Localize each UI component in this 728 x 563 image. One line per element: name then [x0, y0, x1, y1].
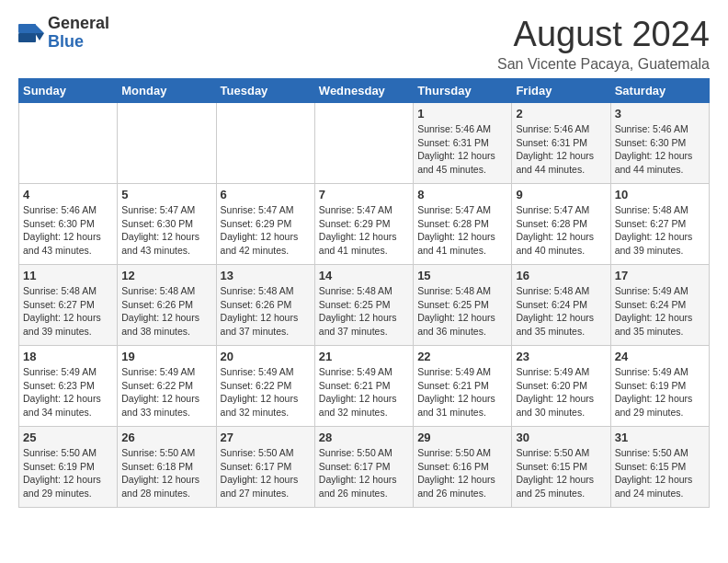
calendar-cell: 3Sunrise: 5:46 AM Sunset: 6:30 PM Daylig… [610, 103, 709, 184]
day-number: 11 [23, 269, 113, 282]
day-number: 6 [221, 188, 311, 201]
day-info: Sunrise: 5:50 AM Sunset: 6:19 PM Dayligh… [23, 446, 113, 500]
day-info: Sunrise: 5:48 AM Sunset: 6:27 PM Dayligh… [23, 284, 113, 339]
location-title: San Vicente Pacaya, Guatemala [497, 56, 710, 73]
calendar-table: SundayMondayTuesdayWednesdayThursdayFrid… [18, 78, 710, 508]
calendar-cell [19, 103, 118, 184]
day-number: 21 [319, 350, 409, 363]
title-block: August 2024 San Vicente Pacaya, Guatemal… [497, 15, 710, 73]
header-day-wednesday: Wednesday [314, 79, 413, 103]
day-info: Sunrise: 5:46 AM Sunset: 6:31 PM Dayligh… [417, 122, 507, 177]
day-info: Sunrise: 5:48 AM Sunset: 6:25 PM Dayligh… [417, 284, 507, 339]
calendar-cell: 29Sunrise: 5:50 AM Sunset: 6:16 PM Dayli… [414, 427, 512, 508]
day-number: 22 [417, 350, 507, 363]
day-info: Sunrise: 5:49 AM Sunset: 6:20 PM Dayligh… [516, 365, 606, 419]
header-row: SundayMondayTuesdayWednesdayThursdayFrid… [19, 79, 710, 103]
day-number: 17 [615, 269, 705, 282]
day-info: Sunrise: 5:49 AM Sunset: 6:24 PM Dayligh… [615, 284, 705, 339]
day-info: Sunrise: 5:49 AM Sunset: 6:23 PM Dayligh… [23, 365, 113, 419]
calendar-cell: 1Sunrise: 5:46 AM Sunset: 6:31 PM Daylig… [414, 103, 512, 184]
calendar-cell: 20Sunrise: 5:49 AM Sunset: 6:22 PM Dayli… [216, 346, 314, 427]
day-info: Sunrise: 5:49 AM Sunset: 6:19 PM Dayligh… [615, 365, 705, 419]
day-info: Sunrise: 5:47 AM Sunset: 6:30 PM Dayligh… [121, 203, 211, 258]
logo-text: General Blue [48, 15, 109, 52]
day-number: 7 [319, 188, 409, 201]
day-number: 10 [615, 188, 705, 201]
day-number: 29 [417, 431, 507, 444]
day-number: 4 [23, 188, 113, 201]
calendar-cell: 4Sunrise: 5:46 AM Sunset: 6:30 PM Daylig… [19, 184, 118, 265]
day-number: 25 [23, 431, 113, 444]
day-info: Sunrise: 5:47 AM Sunset: 6:29 PM Dayligh… [221, 203, 311, 258]
day-number: 18 [23, 350, 113, 363]
calendar-cell: 17Sunrise: 5:49 AM Sunset: 6:24 PM Dayli… [610, 265, 709, 346]
calendar-cell: 13Sunrise: 5:48 AM Sunset: 6:26 PM Dayli… [216, 265, 314, 346]
calendar-cell: 19Sunrise: 5:49 AM Sunset: 6:22 PM Dayli… [118, 346, 216, 427]
day-info: Sunrise: 5:50 AM Sunset: 6:17 PM Dayligh… [221, 446, 311, 500]
week-row-3: 18Sunrise: 5:49 AM Sunset: 6:23 PM Dayli… [19, 346, 710, 427]
day-info: Sunrise: 5:49 AM Sunset: 6:21 PM Dayligh… [417, 365, 507, 419]
day-info: Sunrise: 5:50 AM Sunset: 6:15 PM Dayligh… [615, 446, 705, 500]
calendar-cell: 23Sunrise: 5:49 AM Sunset: 6:20 PM Dayli… [512, 346, 610, 427]
day-number: 19 [121, 350, 211, 363]
day-number: 27 [221, 431, 311, 444]
logo-blue-label: Blue [48, 33, 109, 52]
day-info: Sunrise: 5:47 AM Sunset: 6:28 PM Dayligh… [516, 203, 606, 258]
day-info: Sunrise: 5:47 AM Sunset: 6:28 PM Dayligh… [417, 203, 507, 258]
calendar-cell: 15Sunrise: 5:48 AM Sunset: 6:25 PM Dayli… [414, 265, 512, 346]
day-info: Sunrise: 5:48 AM Sunset: 6:26 PM Dayligh… [121, 284, 211, 339]
day-info: Sunrise: 5:50 AM Sunset: 6:15 PM Dayligh… [516, 446, 606, 500]
day-number: 24 [615, 350, 705, 363]
day-info: Sunrise: 5:48 AM Sunset: 6:25 PM Dayligh… [319, 284, 409, 339]
calendar-cell: 7Sunrise: 5:47 AM Sunset: 6:29 PM Daylig… [314, 184, 413, 265]
calendar-cell: 12Sunrise: 5:48 AM Sunset: 6:26 PM Dayli… [118, 265, 216, 346]
month-title: August 2024 [497, 15, 710, 54]
calendar-cell: 24Sunrise: 5:49 AM Sunset: 6:19 PM Dayli… [610, 346, 709, 427]
day-number: 3 [615, 107, 705, 121]
calendar-cell [314, 103, 413, 184]
logo: General Blue [18, 15, 109, 52]
calendar-cell: 31Sunrise: 5:50 AM Sunset: 6:15 PM Dayli… [610, 427, 709, 508]
calendar-cell: 11Sunrise: 5:48 AM Sunset: 6:27 PM Dayli… [19, 265, 118, 346]
day-number: 14 [319, 269, 409, 282]
calendar-cell: 22Sunrise: 5:49 AM Sunset: 6:21 PM Dayli… [414, 346, 512, 427]
calendar-cell: 27Sunrise: 5:50 AM Sunset: 6:17 PM Dayli… [216, 427, 314, 508]
svg-rect-2 [18, 24, 36, 33]
day-number: 28 [319, 431, 409, 444]
calendar-cell: 28Sunrise: 5:50 AM Sunset: 6:17 PM Dayli… [314, 427, 413, 508]
day-info: Sunrise: 5:46 AM Sunset: 6:30 PM Dayligh… [23, 203, 113, 258]
day-number: 15 [417, 269, 507, 282]
day-info: Sunrise: 5:46 AM Sunset: 6:31 PM Dayligh… [516, 122, 606, 177]
calendar-cell: 9Sunrise: 5:47 AM Sunset: 6:28 PM Daylig… [512, 184, 610, 265]
header-day-friday: Friday [512, 79, 610, 103]
calendar-cell: 21Sunrise: 5:49 AM Sunset: 6:21 PM Dayli… [314, 346, 413, 427]
day-number: 9 [516, 188, 606, 201]
day-info: Sunrise: 5:48 AM Sunset: 6:26 PM Dayligh… [221, 284, 311, 339]
calendar-body: 1Sunrise: 5:46 AM Sunset: 6:31 PM Daylig… [19, 103, 710, 508]
day-info: Sunrise: 5:48 AM Sunset: 6:27 PM Dayligh… [615, 203, 705, 258]
day-info: Sunrise: 5:49 AM Sunset: 6:22 PM Dayligh… [121, 365, 211, 419]
day-number: 8 [417, 188, 507, 201]
calendar-cell: 8Sunrise: 5:47 AM Sunset: 6:28 PM Daylig… [414, 184, 512, 265]
calendar-cell: 14Sunrise: 5:48 AM Sunset: 6:25 PM Dayli… [314, 265, 413, 346]
day-number: 2 [516, 107, 606, 121]
calendar-cell [118, 103, 216, 184]
week-row-1: 4Sunrise: 5:46 AM Sunset: 6:30 PM Daylig… [19, 184, 710, 265]
logo-general-label: General [48, 15, 109, 33]
header-day-monday: Monday [118, 79, 216, 103]
day-info: Sunrise: 5:50 AM Sunset: 6:18 PM Dayligh… [121, 446, 211, 500]
logo-icon [18, 20, 44, 46]
day-info: Sunrise: 5:47 AM Sunset: 6:29 PM Dayligh… [319, 203, 409, 258]
page: General Blue August 2024 San Vicente Pac… [0, 0, 728, 523]
calendar-cell: 10Sunrise: 5:48 AM Sunset: 6:27 PM Dayli… [610, 184, 709, 265]
week-row-0: 1Sunrise: 5:46 AM Sunset: 6:31 PM Daylig… [19, 103, 710, 184]
day-info: Sunrise: 5:48 AM Sunset: 6:24 PM Dayligh… [516, 284, 606, 339]
day-info: Sunrise: 5:50 AM Sunset: 6:16 PM Dayligh… [417, 446, 507, 500]
header-day-thursday: Thursday [414, 79, 512, 103]
header-day-sunday: Sunday [19, 79, 118, 103]
day-number: 12 [121, 269, 211, 282]
day-number: 31 [615, 431, 705, 444]
svg-marker-1 [35, 33, 44, 40]
day-number: 30 [516, 431, 606, 444]
header-day-tuesday: Tuesday [216, 79, 314, 103]
